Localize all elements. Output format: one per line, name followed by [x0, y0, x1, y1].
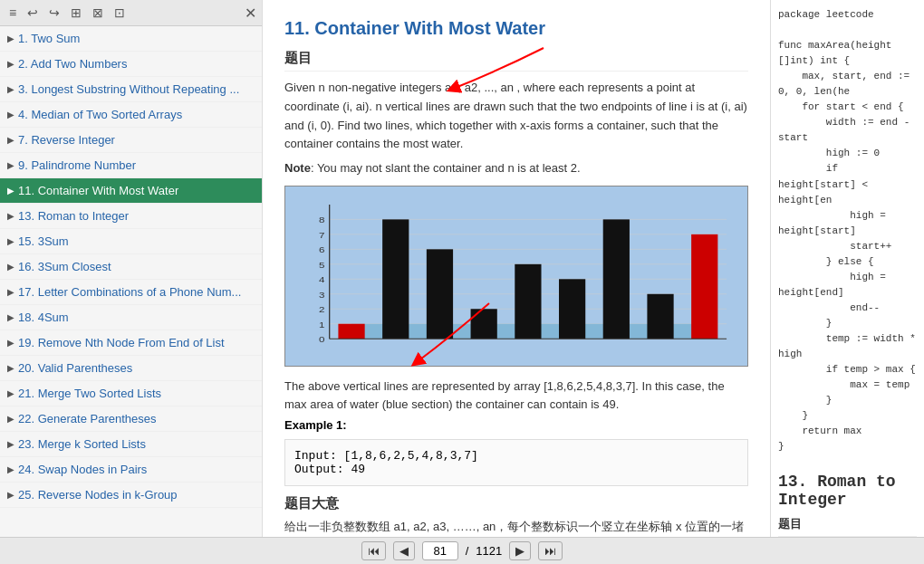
- sidebar-item-11[interactable]: ▶11. Container With Most Water: [0, 178, 262, 204]
- sidebar-arrow: ▶: [7, 135, 14, 145]
- sidebar-arrow: ▶: [7, 287, 14, 297]
- last-page-button[interactable]: ⏭: [538, 541, 563, 560]
- sidebar-item-label: 24. Swap Nodes in Pairs: [18, 463, 147, 476]
- sidebar-item-7[interactable]: ▶7. Reverse Integer: [0, 128, 262, 153]
- sidebar-item-label: 3. Longest Substring Without Repeating .…: [18, 82, 239, 96]
- problem-title[interactable]: 11. Container With Most Water: [284, 18, 748, 39]
- sidebar-item-label: 9. Palindrome Number: [18, 158, 136, 172]
- sidebar-close-button[interactable]: ✕: [245, 5, 256, 22]
- svg-text:1: 1: [319, 320, 325, 329]
- example-input: Input: [1,8,6,2,5,4,8,3,7]: [294, 449, 738, 463]
- example-output: Output: 49: [294, 463, 738, 476]
- sidebar-item-19[interactable]: ▶19. Remove Nth Node From End of List: [0, 330, 262, 356]
- sidebar-arrow: ▶: [7, 33, 14, 43]
- svg-rect-19: [338, 324, 364, 339]
- sidebar-item-25[interactable]: ▶25. Reverse Nodes in k-Group: [0, 483, 262, 508]
- roman-title: 13. Roman to Integer: [778, 473, 917, 509]
- sidebar-item-16[interactable]: ▶16. 3Sum Closest: [0, 254, 262, 280]
- content-area: 11. Container With Most Water 题目 Given n…: [263, 0, 770, 537]
- next-page-button[interactable]: ▶: [509, 541, 531, 560]
- svg-rect-26: [647, 294, 673, 339]
- sidebar-arrow: ▶: [7, 110, 14, 119]
- problem-description: Given n non-negative integers a1, a2, ..…: [284, 79, 748, 154]
- sidebar-btn-2[interactable]: ↩: [24, 4, 42, 22]
- chinese-title: 题目大意: [284, 495, 748, 512]
- sidebar-item-label: 19. Remove Nth Node From End of List: [18, 336, 225, 349]
- sidebar-item-20[interactable]: ▶20. Valid Parentheses: [0, 356, 262, 381]
- sidebar-item-label: 13. Roman to Integer: [18, 209, 129, 223]
- sidebar-item-15[interactable]: ▶15. 3Sum: [0, 229, 262, 254]
- sidebar-item-label: 16. 3Sum Closest: [18, 260, 111, 273]
- total-pages: 1121: [476, 544, 502, 558]
- svg-text:2: 2: [319, 306, 325, 314]
- sidebar-arrow: ▶: [7, 490, 14, 500]
- sidebar-item-24[interactable]: ▶24. Swap Nodes in Pairs: [0, 457, 262, 483]
- sidebar-arrow: ▶: [7, 59, 14, 69]
- sidebar-item-4[interactable]: ▶4. Median of Two Sorted Arrays: [0, 102, 262, 128]
- sidebar-item-label: 2. Add Two Numbers: [18, 57, 127, 71]
- sidebar-btn-4[interactable]: ⊞: [67, 4, 85, 22]
- sidebar-item-label: 23. Merge k Sorted Lists: [18, 437, 146, 451]
- sidebar-item-23[interactable]: ▶23. Merge k Sorted Lists: [0, 432, 262, 457]
- svg-text:8: 8: [319, 216, 325, 225]
- sidebar-btn-3[interactable]: ↪: [45, 4, 63, 22]
- sidebar-item-label: 11. Container With Most Water: [18, 184, 178, 197]
- svg-text:4: 4: [319, 276, 325, 284]
- svg-rect-24: [559, 279, 585, 339]
- sidebar-arrow: ▶: [7, 338, 14, 348]
- sidebar-item-label: 20. Valid Parentheses: [18, 361, 132, 375]
- svg-text:7: 7: [319, 231, 325, 239]
- sidebar-arrow: ▶: [7, 464, 14, 474]
- sidebar-btn-5[interactable]: ⊠: [89, 4, 107, 22]
- sidebar-arrow: ▶: [7, 262, 14, 272]
- svg-rect-25: [603, 220, 630, 339]
- page-number-input[interactable]: [422, 541, 458, 560]
- svg-rect-22: [471, 309, 497, 339]
- sidebar-arrow: ▶: [7, 414, 14, 424]
- sidebar-item-18[interactable]: ▶18. 4Sum: [0, 305, 262, 330]
- svg-text:0: 0: [319, 336, 325, 344]
- sidebar-item-17[interactable]: ▶17. Letter Combinations of a Phone Num.…: [0, 280, 262, 305]
- sidebar-item-2[interactable]: ▶2. Add Two Numbers: [0, 52, 262, 77]
- sidebar-arrow: ▶: [7, 84, 14, 94]
- svg-rect-21: [427, 250, 453, 339]
- sidebar-arrow: ▶: [7, 236, 14, 246]
- sidebar-arrow: ▶: [7, 160, 14, 170]
- chinese-text: 给出一非负整数数组 a1, a2, a3, ……, an，每个整数标识一个竖立在…: [284, 518, 748, 537]
- sidebar-item-label: 4. Median of Two Sorted Arrays: [18, 108, 182, 121]
- sidebar-item-label: 25. Reverse Nodes in k-Group: [18, 488, 178, 502]
- sidebar-item-label: 1. Two Sum: [18, 32, 80, 45]
- sidebar-header: ≡ ↩ ↪ ⊞ ⊠ ⊡ ✕: [0, 0, 262, 26]
- sidebar-arrow: ▶: [7, 312, 14, 322]
- right-panel: package leetcode func maxArea(height []i…: [770, 0, 924, 537]
- first-page-button[interactable]: ⏮: [361, 541, 386, 560]
- sidebar-btn-1[interactable]: ≡: [5, 4, 20, 22]
- prev-page-button[interactable]: ◀: [393, 541, 415, 560]
- sidebar-arrow: ▶: [7, 439, 14, 449]
- svg-text:3: 3: [319, 291, 325, 299]
- sidebar-item-3[interactable]: ▶3. Longest Substring Without Repeating …: [0, 77, 262, 102]
- sidebar-arrow: ▶: [7, 211, 14, 221]
- sidebar-list: ▶1. Two Sum▶2. Add Two Numbers▶3. Longes…: [0, 26, 262, 537]
- bottom-bar: ⏮ ◀ / 1121 ▶ ⏭: [0, 537, 924, 564]
- example-box: Input: [1,8,6,2,5,4,8,3,7] Output: 49: [284, 439, 748, 486]
- roman-section-temu: 题目: [778, 516, 917, 537]
- sidebar-item-1[interactable]: ▶1. Two Sum: [0, 26, 262, 52]
- example-label: Example 1:: [284, 418, 748, 432]
- sidebar-item-9[interactable]: ▶9. Palindrome Number: [0, 153, 262, 178]
- sidebar-item-21[interactable]: ▶21. Merge Two Sorted Lists: [0, 381, 262, 406]
- sidebar-item-22[interactable]: ▶22. Generate Parentheses: [0, 406, 262, 432]
- code-block: package leetcode func maxArea(height []i…: [778, 7, 917, 454]
- svg-rect-23: [515, 264, 541, 339]
- sidebar-item-label: 18. 4Sum: [18, 311, 69, 324]
- sidebar-btn-6[interactable]: ⊡: [111, 4, 129, 22]
- bar-chart: 012345678: [294, 196, 738, 357]
- sidebar-item-label: 17. Letter Combinations of a Phone Num..…: [18, 285, 241, 299]
- section-temu: 题目: [284, 50, 748, 72]
- sidebar-item-label: 15. 3Sum: [18, 234, 69, 248]
- sidebar-item-label: 22. Generate Parentheses: [18, 412, 157, 425]
- svg-text:5: 5: [319, 261, 325, 269]
- sidebar-item-label: 21. Merge Two Sorted Lists: [18, 387, 161, 400]
- sidebar-item-13[interactable]: ▶13. Roman to Integer: [0, 204, 262, 229]
- chart-container: 012345678: [284, 186, 748, 367]
